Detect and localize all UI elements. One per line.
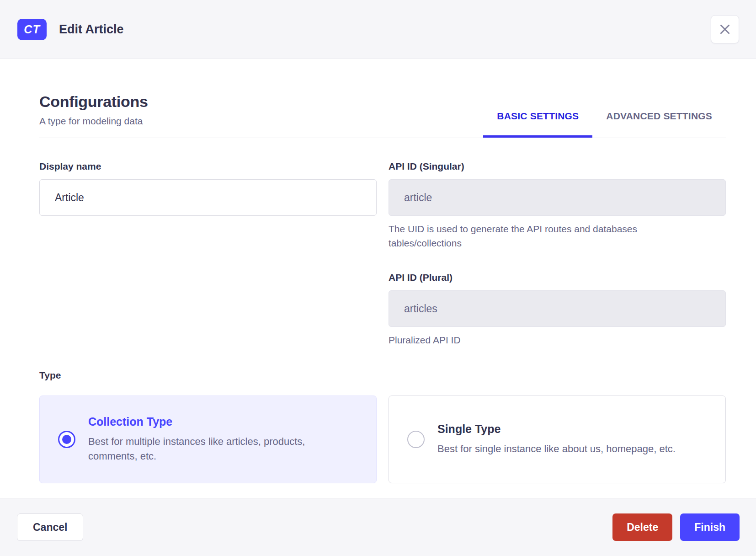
cancel-button[interactable]: Cancel [17,513,83,541]
single-type-text: Single Type Best for single instance lik… [437,422,676,456]
page-title: Configurations [39,93,148,111]
api-id-plural-helper: Pluralized API ID [389,333,686,347]
api-id-singular-helper: The UID is used to generate the API rout… [389,222,686,250]
type-options: Collection Type Best for multiple instan… [39,396,726,483]
modal-footer: Cancel Delete Finish [0,498,756,556]
modal-header: CT Edit Article [0,0,756,59]
api-id-singular-label: API ID (Singular) [389,161,726,172]
config-header-row: Configurations A type for modeling data … [39,93,726,138]
finish-button[interactable]: Finish [680,513,740,541]
config-titles: Configurations A type for modeling data [39,93,148,138]
api-id-plural-label: API ID (Plural) [389,272,726,283]
delete-button[interactable]: Delete [612,513,672,541]
tab-advanced-settings[interactable]: ADVANCED SETTINGS [592,111,726,138]
single-type-description: Best for single instance like about us, … [437,442,676,456]
api-id-singular-field: API ID (Singular) The UID is used to gen… [389,161,726,250]
api-id-plural-field: API ID (Plural) Pluralized API ID [389,272,726,347]
content-type-badge-label: CT [24,23,40,36]
collection-type-description: Best for multiple instances like article… [88,434,337,464]
collection-type-text: Collection Type Best for multiple instan… [88,415,337,464]
content-type-badge: CT [17,19,47,40]
close-icon [719,23,731,35]
tab-basic-settings[interactable]: BASIC SETTINGS [483,111,592,138]
modal-title: Edit Article [59,22,711,37]
edit-content-type-modal: CT Edit Article Configurations A type fo… [0,0,756,556]
api-id-plural-input [389,290,726,327]
config-form: Display name API ID (Singular) The UID i… [39,161,726,347]
display-name-field: Display name [39,161,377,250]
api-id-singular-input [389,179,726,216]
page-subtitle: A type for modeling data [39,116,148,127]
settings-tabs: BASIC SETTINGS ADVANCED SETTINGS [483,111,726,138]
close-button[interactable] [711,15,739,43]
display-name-input[interactable] [39,179,377,216]
single-type-title: Single Type [437,422,676,436]
type-label: Type [39,370,726,381]
radio-selected-dot [62,435,71,444]
single-type-card[interactable]: Single Type Best for single instance lik… [389,396,726,483]
collection-type-title: Collection Type [88,415,337,428]
collection-type-radio[interactable] [58,431,75,448]
single-type-radio[interactable] [407,431,425,448]
collection-type-card[interactable]: Collection Type Best for multiple instan… [39,396,377,483]
modal-body: Configurations A type for modeling data … [0,59,756,498]
display-name-label: Display name [39,161,377,172]
